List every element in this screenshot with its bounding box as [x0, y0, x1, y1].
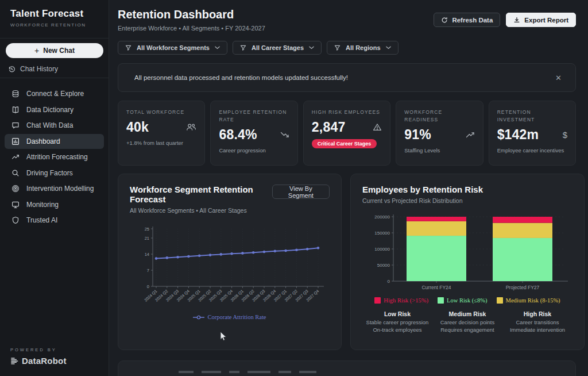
sidebar-item-data-dictionary[interactable]: Data Dictionary	[5, 102, 104, 117]
users-icon	[186, 123, 196, 131]
export-label: Export Report	[524, 17, 568, 24]
close-icon[interactable]: ✕	[555, 74, 575, 82]
kpi-retention-rate: EMPLOYEE RETENTION RATE 68.4% Career pro…	[210, 101, 297, 166]
risk-chart: 050000100000150000200000Current FY24Proj…	[362, 212, 572, 296]
legend-low-risk[interactable]: Low Risk (≤8%)	[438, 297, 488, 304]
filter-label: All Regions	[346, 44, 381, 51]
new-chat-label: New Chat	[43, 47, 75, 55]
kpi-label: RETENTION INVESTMENT	[497, 109, 567, 124]
sidebar-item-label: Data Dictionary	[26, 106, 74, 114]
chat-bubble-icon	[11, 121, 20, 129]
target-icon	[11, 185, 20, 193]
risk-descriptions: Low Risk Stable career progressionOn-tra…	[362, 310, 572, 334]
refresh-icon	[441, 17, 448, 24]
kpi-retention-investment: RETENTION INVESTMENT $142m $ Employee ca…	[489, 101, 576, 166]
chat-history-button[interactable]: Chat History	[8, 65, 100, 73]
app-title: Talent Forecast	[10, 8, 98, 20]
refresh-label: Refresh Data	[452, 17, 493, 24]
forecast-chart: 071421252024 Q12024 Q22024 Q32024 Q42025…	[130, 222, 330, 313]
risk-col-low: Low Risk Stable career progressionOn-tra…	[362, 310, 432, 334]
book-icon	[11, 106, 20, 114]
sidebar-item-label: Attrition Forecasting	[26, 153, 88, 161]
kpi-high-risk: HIGH RISK EMPLOYEES 2,847 Critical Caree…	[303, 101, 390, 166]
sidebar-item-intervention-modelling[interactable]: Intervention Modelling	[5, 181, 104, 196]
page-header: Retention Dashboard Enterprise Workforce…	[118, 8, 576, 32]
kpi-workforce-readiness: WORKFORCE READINESS 91% Staffing Levels	[396, 101, 483, 166]
brand-name: DataRobot	[22, 356, 67, 366]
sidebar-item-attrition-forecasting[interactable]: Attrition Forecasting	[5, 149, 104, 164]
chat-history-label: Chat History	[20, 65, 58, 73]
legend-swatch	[497, 297, 503, 304]
kpi-label: EMPLOYEE RETENTION RATE	[219, 109, 289, 124]
shield-icon	[11, 216, 20, 224]
monitor-icon	[11, 201, 20, 209]
sidebar-item-dashboard[interactable]: Dashboard	[5, 134, 104, 149]
search-icon	[11, 169, 20, 177]
svg-text:0: 0	[388, 279, 390, 284]
app-subtitle: WORKFORCE RETENTION	[10, 22, 98, 28]
app-root: Talent Forecast WORKFORCE RETENTION + Ne…	[0, 0, 588, 376]
svg-text:200000: 200000	[374, 214, 390, 220]
sidebar-item-monitoring[interactable]: Monitoring	[5, 197, 104, 212]
kpi-value: $142m	[497, 127, 539, 143]
kpi-subtext: Career progression	[219, 147, 289, 154]
bar-chart-icon	[11, 137, 20, 145]
risk-col-high: High Risk Career transitionsImmediate in…	[502, 310, 572, 334]
forecast-panel: Workforce Segment Retention Forecast All…	[118, 174, 342, 350]
sidebar-item-chat-with-data[interactable]: Chat With Data	[5, 118, 104, 133]
risk-panel: Employees by Retention Risk Current vs P…	[350, 174, 585, 350]
kpi-subtext: Staffing Levels	[404, 147, 474, 154]
sidebar-item-label: Monitoring	[26, 201, 59, 209]
kpi-value: 2,847	[312, 120, 346, 135]
sidebar-item-label: Intervention Modelling	[26, 185, 94, 193]
filter-workforce-segments[interactable]: All Workforce Segments	[118, 41, 227, 55]
cropped-content	[179, 371, 316, 373]
sidebar: Talent Forecast WORKFORCE RETENTION + Ne…	[0, 0, 109, 376]
legend-medium-risk[interactable]: Medium Risk (8-15%)	[497, 297, 560, 304]
datarobot-logo-icon	[10, 356, 19, 365]
sidebar-item-label: Dashboard	[26, 137, 60, 145]
warning-icon	[373, 123, 382, 131]
risk-subtitle: Current vs Projected Risk Distribution	[362, 197, 483, 204]
dollar-icon: $	[563, 130, 567, 140]
legend-swatch	[374, 297, 381, 304]
kpi-subtext: +1.8% from last quarter	[126, 140, 196, 146]
sidebar-item-trusted-ai[interactable]: Trusted AI	[5, 213, 104, 228]
page-subtitle: Enterprise Workforce • All Segments • FY…	[118, 25, 265, 32]
filter-career-stages[interactable]: All Career Stages	[233, 41, 322, 55]
kpi-badge: Critical Career Stages	[312, 139, 377, 148]
divider	[0, 38, 109, 39]
trend-up-icon	[466, 131, 475, 139]
legend-swatch	[438, 297, 444, 304]
trend-up-icon	[11, 153, 20, 161]
risk-col-medium: Medium Risk Career decision pointsRequir…	[432, 310, 502, 334]
export-report-button[interactable]: Export Report	[506, 13, 576, 27]
filter-regions[interactable]: All Regions	[327, 41, 399, 55]
line-chart-svg: 071421252024 Q12024 Q22024 Q32024 Q42025…	[130, 222, 330, 313]
line-legend-glyph	[193, 315, 204, 320]
legend-high-risk[interactable]: High Risk (>15%)	[374, 297, 428, 304]
svg-text:21: 21	[145, 236, 149, 241]
legend-corporate-attrition-rate[interactable]: Corporate Attrition Rate	[193, 314, 266, 320]
kpi-label: TOTAL WORKFORCE	[126, 109, 196, 116]
sidebar-menu: Connect & Explore Data Dictionary Chat W…	[0, 83, 109, 232]
divider	[0, 78, 109, 78]
trend-down-icon	[280, 131, 289, 139]
funnel-icon	[125, 45, 131, 51]
sidebar-item-label: Driving Factors	[26, 169, 73, 177]
svg-text:100000: 100000	[374, 247, 390, 252]
new-chat-button[interactable]: + New Chat	[6, 43, 103, 58]
kpi-label: HIGH RISK EMPLOYEES	[312, 109, 382, 116]
svg-text:7: 7	[147, 268, 149, 273]
bottom-panel-cropped	[118, 360, 576, 376]
forecast-title: Workforce Segment Retention Forecast	[130, 185, 272, 204]
chevron-down-icon	[215, 46, 220, 49]
sidebar-item-connect-explore[interactable]: Connect & Explore	[5, 86, 104, 101]
risk-legend: High Risk (>15%) Low Risk (≤8%) Medium R…	[362, 297, 572, 304]
refresh-data-button[interactable]: Refresh Data	[434, 13, 500, 27]
view-by-segment-button[interactable]: View By Segment	[272, 185, 330, 199]
database-icon	[11, 90, 20, 98]
kpi-value: 91%	[404, 127, 431, 143]
sidebar-item-driving-factors[interactable]: Driving Factors	[5, 166, 104, 181]
chevron-down-icon	[309, 46, 314, 49]
